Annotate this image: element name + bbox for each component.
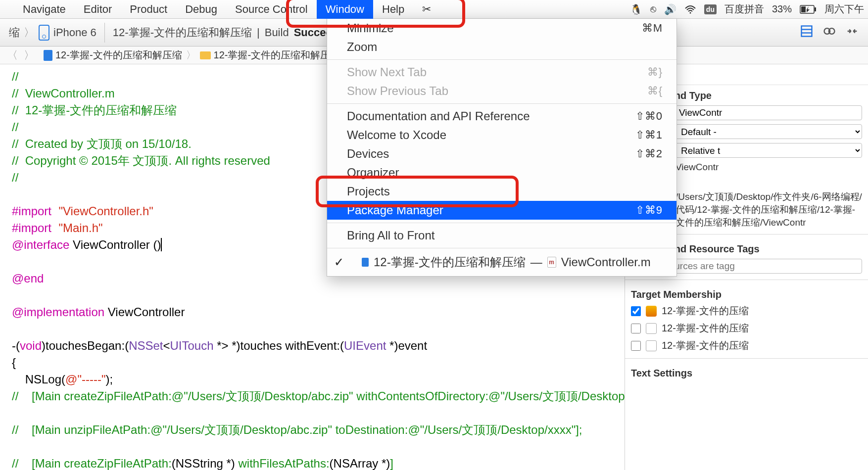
menubar-left: Navigate Editor Product Debug Source Con… <box>0 0 440 19</box>
location-select[interactable]: Relative t <box>675 143 862 158</box>
du-icon[interactable]: du <box>704 4 717 14</box>
target-label: 12-掌握-文件的压缩 <box>662 339 749 352</box>
menu-item-shortcut: ⇧⌘0 <box>635 110 663 123</box>
menu-source-control[interactable]: Source Control <box>226 0 317 19</box>
nav-back-icon[interactable]: 〈 <box>7 48 18 63</box>
target-checkbox-0[interactable] <box>631 306 641 316</box>
status-sep: | <box>257 26 260 39</box>
menu-item-label: Organizer <box>347 166 399 180</box>
assistant-editor-icon[interactable] <box>822 24 836 41</box>
svg-rect-3 <box>801 6 806 12</box>
qq-icon[interactable]: 🐧 <box>630 3 642 15</box>
code-token: NSLog( <box>12 373 65 386</box>
name-field[interactable] <box>675 105 862 120</box>
wifi-icon[interactable] <box>684 4 696 14</box>
menu-zoom[interactable]: Zoom <box>327 38 676 56</box>
volume-icon[interactable]: 🔊 <box>664 3 676 15</box>
code-line: // <box>12 171 18 184</box>
code-token: NSSet <box>129 339 163 352</box>
code-line: // 12-掌握-文件的压缩和解压缩 <box>12 103 177 117</box>
target-membership-title: Target Membership <box>625 284 868 302</box>
code-token: ] <box>390 457 393 470</box>
code-token: @implementation <box>12 305 104 319</box>
code-token: { <box>12 356 16 369</box>
input-method-label[interactable]: 百度拼音 <box>724 2 764 16</box>
menu-window-entry[interactable]: ✓ 12-掌握-文件的压缩和解压缩 — m ViewController.m <box>327 251 676 273</box>
bluetooth-icon[interactable]: ⎋ <box>650 3 656 15</box>
menu-item-label: Bring All to Front <box>347 229 434 242</box>
toolbar-editor-modes <box>795 24 864 41</box>
menu-separator <box>327 223 676 223</box>
menu-item-label: Projects <box>347 185 390 198</box>
menu-minimize[interactable]: Minimize ⌘M <box>327 19 676 38</box>
code-token: withFilesAtPaths: <box>235 457 330 470</box>
menu-item-shortcut: ⌘{ <box>647 85 663 97</box>
menu-item-label: Minimize <box>347 21 394 35</box>
battery-icon[interactable] <box>800 5 817 14</box>
menu-welcome[interactable]: Welcome to Xcode ⇧⌘1 <box>327 126 676 144</box>
code-line: // Created by 文顶顶 on 15/10/18. <box>12 137 192 150</box>
menu-window[interactable]: Window <box>317 0 373 19</box>
nav-forward-icon[interactable]: 〉 <box>24 48 35 63</box>
svg-point-0 <box>689 12 691 13</box>
code-token: @end <box>12 272 44 285</box>
code-token: )touchesBegan:( <box>42 339 129 352</box>
code-token: UITouch <box>170 339 214 352</box>
menu-separator <box>327 59 676 60</box>
standard-editor-icon[interactable] <box>800 24 814 41</box>
menu-item-shortcut: ⇧⌘1 <box>635 129 663 141</box>
code-token: @interface <box>12 238 69 251</box>
menu-debug[interactable]: Debug <box>176 0 226 19</box>
code-token: void <box>20 339 42 352</box>
code-line: // <box>12 70 18 83</box>
code-line: // Copyright © 2015年 文顶顶. All rights res… <box>12 154 270 167</box>
menu-item-label: Show Next Tab <box>347 65 427 79</box>
status-project: 12-掌握-文件的压缩和解压缩 <box>113 25 252 40</box>
project-fragment-label: 缩 <box>9 25 20 40</box>
window-project-label: 12-掌握-文件的压缩和解压缩 <box>374 254 526 270</box>
menu-bring-all-to-front[interactable]: Bring All to Front <box>327 226 676 245</box>
code-token: #import <box>12 204 51 218</box>
menubar-right: 🐧 ⎋ 🔊 du 百度拼音 33% 周六下午 <box>630 2 868 16</box>
m-file-icon: m <box>547 257 556 268</box>
project-icon <box>362 258 369 267</box>
menu-item-label: Zoom <box>347 40 377 54</box>
code-token: *> *)touches withEvent:( <box>214 339 344 352</box>
menu-item-label: Package Manager <box>347 203 443 217</box>
menu-product[interactable]: Product <box>121 0 176 19</box>
status-build-prefix: Build <box>265 26 289 39</box>
window-file-label: ViewController.m <box>561 255 651 269</box>
crumb-project[interactable]: 12-掌握-文件的压缩和解压缩 <box>42 48 184 62</box>
code-line: // ViewController.m <box>12 87 115 100</box>
menu-editor[interactable]: Editor <box>75 0 121 19</box>
version-editor-icon[interactable] <box>845 24 859 41</box>
menu-item-label: Welcome to Xcode <box>347 128 446 142</box>
text-cursor <box>161 238 162 251</box>
scheme-device-label: iPhone 6 <box>53 26 96 39</box>
code-token: < <box>163 339 170 352</box>
menu-doc-api[interactable]: Documentation and API Reference ⇧⌘0 <box>327 107 676 126</box>
lib-icon <box>646 323 657 334</box>
menu-organizer[interactable]: Organizer <box>327 163 676 182</box>
menu-separator <box>327 103 676 104</box>
battery-percent[interactable]: 33% <box>772 3 792 15</box>
target-checkbox-2[interactable] <box>631 341 641 351</box>
menu-navigate[interactable]: Navigate <box>14 0 75 19</box>
crumb-folder[interactable]: 12-掌握-文件的压缩和解压缩 <box>198 48 342 62</box>
code-token: *)event <box>386 339 427 352</box>
code-token: @"-----" <box>65 373 105 386</box>
scissors-icon[interactable]: ✂ <box>413 0 440 19</box>
clock-label[interactable]: 周六下午 <box>824 2 864 16</box>
code-token: UIEvent <box>344 339 386 352</box>
window-menu-dropdown: Minimize ⌘M Zoom Show Next Tab ⌘} Show P… <box>327 19 677 277</box>
menu-package-manager[interactable]: Package Manager ⇧⌘9 <box>327 201 676 220</box>
menu-devices[interactable]: Devices ⇧⌘2 <box>327 144 676 163</box>
code-token: // [Main createZipFileAtPath: <box>12 457 172 470</box>
menu-help[interactable]: Help <box>373 0 413 19</box>
scheme-selector[interactable]: 缩 〉 iPhone 6 <box>4 23 101 43</box>
menu-projects[interactable]: Projects <box>327 182 676 201</box>
code-token: (NSArray *) <box>330 457 390 470</box>
target-checkbox-1[interactable] <box>631 324 641 333</box>
type-select[interactable]: Default - <box>675 124 862 139</box>
code-token: ViewController <box>104 305 185 319</box>
